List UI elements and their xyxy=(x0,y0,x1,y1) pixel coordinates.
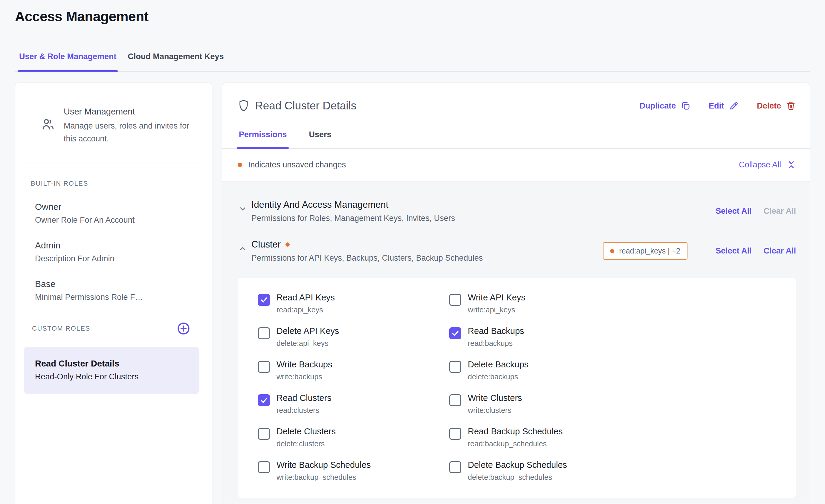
chip-label: read:api_keys | +2 xyxy=(619,246,680,255)
permission-key: write:backup_schedules xyxy=(277,473,371,482)
edit-label: Edit xyxy=(709,101,724,111)
group-description: Permissions for Roles, Management Keys, … xyxy=(251,214,455,223)
permission-label: Delete Backup Schedules xyxy=(468,460,567,470)
delete-label: Delete xyxy=(757,101,781,111)
tab-users[interactable]: Users xyxy=(309,130,331,148)
user-management-description: Manage users, roles and invites for this… xyxy=(64,120,192,145)
permission-label: Delete Backups xyxy=(468,360,528,369)
permission-key: delete:backup_schedules xyxy=(468,473,567,482)
chevron-down-icon[interactable] xyxy=(238,204,248,214)
unsaved-changes-dot xyxy=(238,163,242,167)
check-icon xyxy=(451,329,460,338)
unsaved-changes-note: Indicates unsaved changes xyxy=(248,160,346,169)
role-item-base[interactable]: Base Minimal Permissions Role F… xyxy=(29,279,198,302)
delete-button[interactable]: Delete xyxy=(757,101,796,111)
role-item-owner[interactable]: Owner Owner Role For An Account xyxy=(29,202,198,225)
permission-checkbox[interactable] xyxy=(449,428,461,440)
permission-write-backups: Write Backups write:backups xyxy=(258,360,449,381)
role-detail-panel: Read Cluster Details Duplicate Edit xyxy=(222,82,810,504)
detail-tabbar: Permissions Users xyxy=(222,130,810,149)
page-title: Access Management xyxy=(15,8,810,24)
role-actions: Duplicate Edit Delet xyxy=(640,101,796,111)
select-all-button[interactable]: Select All xyxy=(716,207,752,216)
permission-label: Read Clusters xyxy=(277,393,331,403)
permission-checkbox[interactable] xyxy=(258,327,270,339)
permission-delete-backups: Delete Backups delete:backups xyxy=(449,360,784,381)
permission-checkbox[interactable] xyxy=(258,294,270,306)
permission-checkbox[interactable] xyxy=(449,394,461,406)
edit-button[interactable]: Edit xyxy=(709,101,739,111)
permission-label: Delete API Keys xyxy=(277,326,339,336)
role-item-read-cluster-details[interactable]: Read Cluster Details Read-Only Role For … xyxy=(24,347,199,394)
permission-checkbox[interactable] xyxy=(449,327,461,339)
permission-label: Read Backup Schedules xyxy=(468,427,563,436)
role-item-admin[interactable]: Admin Description For Admin xyxy=(29,240,198,263)
shield-icon xyxy=(238,99,249,112)
permission-key: write:clusters xyxy=(468,406,522,415)
permission-checkbox[interactable] xyxy=(449,294,461,306)
permission-key: read:api_keys xyxy=(277,305,335,314)
tab-user-role-management[interactable]: User & Role Management xyxy=(19,52,117,71)
add-custom-role-button[interactable] xyxy=(177,321,191,336)
pencil-icon xyxy=(729,101,739,111)
role-name: Owner xyxy=(35,202,198,212)
permission-checkbox[interactable] xyxy=(258,428,270,440)
permission-label: Write Backup Schedules xyxy=(277,460,371,470)
permission-checkbox[interactable] xyxy=(258,461,270,473)
permission-read-backup-schedules: Read Backup Schedules read:backup_schedu… xyxy=(449,427,784,448)
permission-delete-backup-schedules: Delete Backup Schedules delete:backup_sc… xyxy=(449,460,784,482)
group-cluster: Cluster Permissions for API Keys, Backup… xyxy=(238,239,796,263)
permission-label: Read Backups xyxy=(468,326,524,336)
role-description: Description For Admin xyxy=(35,254,198,263)
user-management-summary[interactable]: User Management Manage users, roles and … xyxy=(29,101,198,145)
tab-cloud-management-keys[interactable]: Cloud Management Keys xyxy=(128,52,224,71)
user-management-title: User Management xyxy=(64,107,192,117)
permission-label: Delete Clusters xyxy=(277,427,336,436)
permission-checkbox[interactable] xyxy=(258,361,270,373)
group-name: Identity And Access Management xyxy=(251,199,388,210)
users-icon xyxy=(41,117,56,132)
permission-key: read:backup_schedules xyxy=(468,439,563,448)
role-name: Admin xyxy=(35,240,198,250)
permission-read-backups: Read Backups read:backups xyxy=(449,326,784,348)
role-detail-title: Read Cluster Details xyxy=(255,99,356,112)
permission-read-api-keys: Read API Keys read:api_keys xyxy=(258,293,449,314)
permission-label: Read API Keys xyxy=(277,293,335,302)
unsaved-group-dot xyxy=(286,242,290,246)
built-in-roles-label: BUILT-IN ROLES xyxy=(29,179,198,188)
duplicate-button[interactable]: Duplicate xyxy=(640,101,691,111)
permission-label: Write API Keys xyxy=(468,293,525,302)
copy-icon xyxy=(681,101,691,111)
collapse-icon xyxy=(786,160,796,170)
group-identity-access-management: Identity And Access Management Permissio… xyxy=(238,199,796,223)
permission-write-clusters: Write Clusters write:clusters xyxy=(449,393,784,415)
built-in-roles-list: Owner Owner Role For An Account Admin De… xyxy=(29,202,198,302)
permission-checkbox[interactable] xyxy=(258,394,270,406)
group-name: Cluster xyxy=(251,239,281,250)
chevron-up-icon[interactable] xyxy=(238,243,248,254)
permission-key: delete:backups xyxy=(468,372,528,381)
permission-checkbox[interactable] xyxy=(449,461,461,473)
permission-write-backup-schedules: Write Backup Schedules write:backup_sche… xyxy=(258,460,449,482)
permission-key: write:api_keys xyxy=(468,305,525,314)
access-management-page: Access Management User & Role Management… xyxy=(0,0,825,504)
permission-key: delete:api_keys xyxy=(277,339,339,348)
roles-sidebar: User Management Manage users, roles and … xyxy=(15,82,212,504)
selected-permissions-chip: read:api_keys | +2 xyxy=(603,242,687,260)
permission-checkbox[interactable] xyxy=(449,361,461,373)
tab-permissions[interactable]: Permissions xyxy=(239,130,287,148)
select-all-button[interactable]: Select All xyxy=(716,246,752,256)
permission-key: delete:clusters xyxy=(277,439,336,448)
role-name: Base xyxy=(35,279,198,289)
permission-label: Write Backups xyxy=(277,360,332,369)
permission-groups-section: Identity And Access Management Permissio… xyxy=(222,182,810,504)
permission-delete-api-keys: Delete API Keys delete:api_keys xyxy=(258,326,449,348)
permission-key: read:backups xyxy=(468,339,524,348)
chip-unsaved-dot xyxy=(610,249,614,253)
collapse-all-button[interactable]: Collapse All xyxy=(739,160,796,170)
check-icon xyxy=(259,295,269,304)
collapse-all-label: Collapse All xyxy=(739,160,781,169)
trash-icon xyxy=(786,101,796,111)
clear-all-button[interactable]: Clear All xyxy=(763,246,796,256)
permission-label: Write Clusters xyxy=(468,393,522,403)
